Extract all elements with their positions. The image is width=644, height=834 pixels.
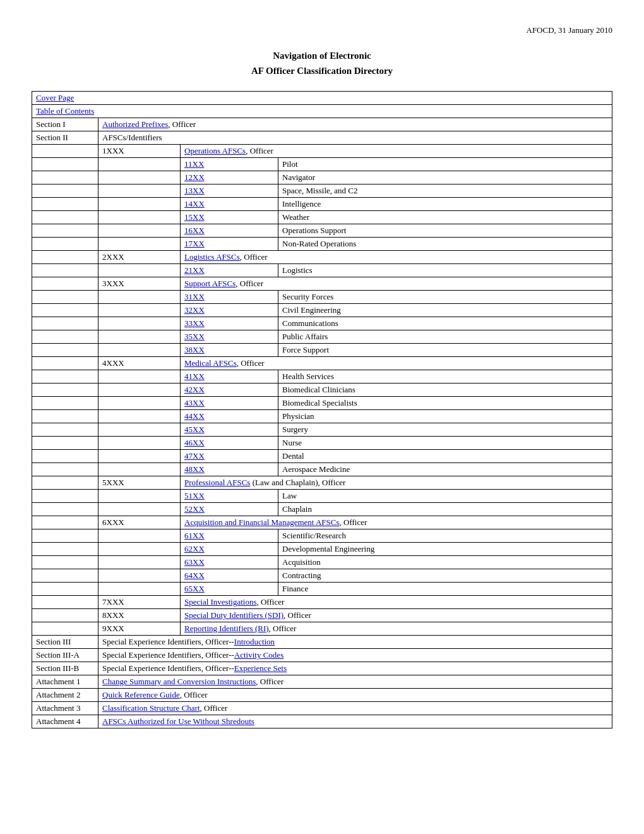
table-cell: [32, 450, 98, 463]
table-cell: Acquisition and Financial Management AFS…: [181, 516, 612, 529]
table-cell: [32, 556, 98, 569]
table-cell: [98, 463, 181, 476]
47xx-link[interactable]: 47XX: [184, 451, 205, 461]
table-of-contents-link[interactable]: Table of Contents: [36, 106, 94, 116]
35xx-link[interactable]: 35XX: [184, 332, 205, 341]
table-cell: [98, 171, 181, 184]
table-row: 15XXWeather: [32, 211, 612, 224]
acquisition-afscs-link[interactable]: Acquisition and Financial Management AFS…: [184, 517, 340, 527]
page-title: Navigation of Electronic AF Officer Clas…: [32, 48, 612, 78]
table-cell: Special Duty Identifiers (SDI), Officer: [181, 609, 612, 622]
62xx-link[interactable]: 62XX: [184, 544, 205, 553]
table-cell: Quick Reference Guide, Officer: [98, 689, 612, 702]
ri-link[interactable]: Reporting Identifiers (RI): [184, 624, 269, 633]
table-cell: Security Forces: [278, 291, 612, 304]
table-cell: [98, 569, 181, 583]
32xx-link[interactable]: 32XX: [184, 305, 205, 315]
operations-afscs-link[interactable]: Operations AFSCs: [184, 146, 246, 155]
table-row: 42XXBiomedical Clinicians: [32, 384, 612, 397]
table-cell: Intelligence: [278, 198, 612, 211]
table-cell: [98, 437, 181, 450]
table-cell: Contracting: [278, 569, 612, 583]
table-cell: Pilot: [278, 158, 612, 171]
table-cell: [98, 211, 181, 224]
authorized-prefixes-link[interactable]: Authorized Prefixes: [102, 119, 168, 129]
15xx-link[interactable]: 15XX: [184, 212, 205, 222]
65xx-link[interactable]: 65XX: [184, 584, 205, 593]
table-cell: [32, 516, 98, 529]
table-row: 2XXXLogistics AFSCs, Officer: [32, 251, 612, 264]
48xx-link[interactable]: 48XX: [184, 464, 205, 474]
table-cell: 31XX: [181, 291, 278, 304]
table-row: 63XXAcquisition: [32, 556, 612, 569]
table-cell: Operations AFSCs, Officer: [181, 145, 612, 158]
table-cell: Attachment 1: [32, 675, 98, 689]
64xx-link[interactable]: 64XX: [184, 571, 205, 580]
38xx-link[interactable]: 38XX: [184, 345, 205, 354]
41xx-link[interactable]: 41XX: [184, 372, 205, 381]
table-cell: [32, 171, 98, 184]
33xx-link[interactable]: 33XX: [184, 318, 205, 328]
45xx-link[interactable]: 45XX: [184, 425, 205, 434]
table-row: 64XXContracting: [32, 569, 612, 583]
special-investigations-link[interactable]: Special Investigations: [184, 597, 256, 607]
42xx-link[interactable]: 42XX: [184, 385, 205, 394]
classification-structure-link[interactable]: Classification Structure Chart: [102, 703, 200, 713]
activity-codes-link[interactable]: Activity Codes: [234, 650, 283, 660]
table-cell: Space, Missile, and C2: [278, 184, 612, 198]
table-cell: Logistics: [278, 264, 612, 277]
quick-reference-link[interactable]: Quick Reference Guide: [102, 690, 180, 699]
table-cell: 2XXX: [98, 251, 181, 264]
table-row: 47XXDental: [32, 450, 612, 463]
sdi-link[interactable]: Special Duty Identifiers (SDI): [184, 610, 283, 620]
professional-afscs-link[interactable]: Professional AFSCs: [184, 478, 250, 487]
51xx-link[interactable]: 51XX: [184, 491, 205, 500]
change-summary-link[interactable]: Change Summary and Conversion Instructio…: [102, 677, 256, 686]
table-row: Attachment 1Change Summary and Conversio…: [32, 675, 612, 689]
logistics-afscs-link[interactable]: Logistics AFSCs: [184, 252, 240, 262]
table-cell: 48XX: [181, 463, 278, 476]
13xx-link[interactable]: 13XX: [184, 186, 205, 195]
table-cell: Surgery: [278, 423, 612, 437]
43xx-link[interactable]: 43XX: [184, 398, 205, 408]
table-cell: 14XX: [181, 198, 278, 211]
61xx-link[interactable]: 61XX: [184, 531, 205, 540]
medical-afscs-link[interactable]: Medical AFSCs: [184, 358, 237, 368]
44xx-link[interactable]: 44XX: [184, 411, 205, 421]
table-row: 33XXCommunications: [32, 317, 612, 330]
52xx-link[interactable]: 52XX: [184, 504, 205, 514]
experience-sets-link[interactable]: Experience Sets: [234, 663, 287, 673]
table-row: 31XXSecurity Forces: [32, 291, 612, 304]
11xx-link[interactable]: 11XX: [184, 159, 204, 169]
14xx-link[interactable]: 14XX: [184, 199, 205, 208]
afscs-authorized-link[interactable]: AFSCs Authorized for Use Without Shredou…: [102, 716, 254, 726]
table-cell: 44XX: [181, 410, 278, 423]
table-cell: [32, 224, 98, 238]
cover-page-link[interactable]: Cover Page: [36, 93, 74, 102]
16xx-link[interactable]: 16XX: [184, 226, 205, 235]
table-cell: Professional AFSCs (Law and Chaplain), O…: [181, 476, 612, 490]
table-row: 11XXPilot: [32, 158, 612, 171]
table-cell: [32, 184, 98, 198]
table-cell: [32, 384, 98, 397]
table-cell: 4XXX: [98, 357, 181, 370]
table-cell: [98, 198, 181, 211]
12xx-link[interactable]: 12XX: [184, 172, 205, 182]
46xx-link[interactable]: 46XX: [184, 438, 205, 447]
table-cell: [32, 198, 98, 211]
table-cell: [32, 490, 98, 503]
21xx-link[interactable]: 21XX: [184, 265, 205, 275]
table-cell: Section III: [32, 636, 98, 649]
table-cell: [98, 224, 181, 238]
table-row: Attachment 3Classification Structure Cha…: [32, 702, 612, 715]
table-cell: [32, 317, 98, 330]
introduction-link[interactable]: Introduction: [234, 637, 275, 646]
table-cell: [98, 410, 181, 423]
31xx-link[interactable]: 31XX: [184, 292, 205, 301]
support-afscs-link[interactable]: Support AFSCs: [184, 279, 236, 288]
table-cell: AFSCs Authorized for Use Without Shredou…: [98, 715, 612, 728]
table-cell: 43XX: [181, 397, 278, 410]
17xx-link[interactable]: 17XX: [184, 239, 205, 248]
63xx-link[interactable]: 63XX: [184, 557, 205, 567]
table-cell: Special Experience Identifiers, Officer-…: [98, 636, 612, 649]
